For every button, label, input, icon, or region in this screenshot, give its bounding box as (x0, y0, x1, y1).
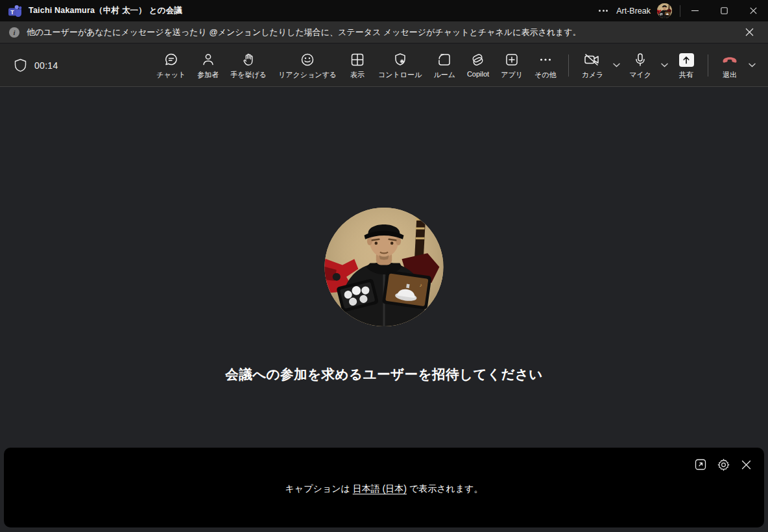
mic-button[interactable]: マイク (623, 48, 657, 82)
mic-icon (633, 52, 647, 67)
window-title: Taichi Nakamura（中村 太一） との会議 (29, 5, 182, 16)
leave-button[interactable]: 退出 (715, 48, 745, 82)
meeting-timer: 00:14 (34, 60, 58, 71)
teams-meeting-window: T Taichi Nakamura（中村 太一） との会議 Art-Break … (0, 0, 768, 532)
share-button[interactable]: 共有 (671, 48, 701, 82)
toolbar-buttons: チャット 参加者 手を挙げる リアクションする (150, 48, 759, 82)
titlebar-more-menu-icon[interactable] (592, 0, 615, 21)
captions-status-text: キャプションは 日本語 (日本) で表示されます。 (4, 483, 764, 495)
control-button[interactable]: コントロール (372, 48, 427, 82)
titlebar: T Taichi Nakamura（中村 太一） との会議 Art-Break (0, 0, 768, 21)
more-button[interactable]: その他 (529, 48, 562, 82)
status-message-banner: i 他のユーザーがあなたにメッセージを送ったり @メンションしたりした場合に、ス… (0, 21, 768, 43)
account-avatar[interactable] (657, 3, 672, 18)
mic-options-chevron-icon[interactable] (657, 49, 671, 82)
leave-options-chevron-icon[interactable] (745, 49, 759, 82)
people-icon (201, 52, 215, 67)
info-icon: i (9, 27, 19, 38)
toolbar-divider (708, 54, 708, 77)
camera-button[interactable]: カメラ (575, 48, 609, 82)
popout-icon[interactable] (691, 455, 710, 474)
share-up-arrow-icon (679, 53, 694, 67)
control-shield-gear-icon (393, 52, 407, 67)
raise-hand-button[interactable]: 手を挙げる (224, 48, 272, 82)
hang-up-icon (721, 52, 739, 67)
participants-button[interactable]: 参加者 (191, 48, 224, 82)
participant-avatar (325, 208, 444, 326)
apps-button[interactable]: アプリ (495, 48, 529, 82)
chat-icon (164, 52, 178, 67)
chat-button[interactable]: チャット (150, 48, 191, 82)
camera-off-icon (584, 52, 601, 67)
rooms-button[interactable]: ルーム (427, 48, 461, 82)
teams-icon: T (8, 5, 22, 18)
meeting-toolbar: 00:14 チャット 参加者 手を挙げる (0, 44, 768, 87)
banner-close-icon[interactable] (739, 23, 759, 42)
close-window-button[interactable] (739, 0, 768, 21)
copilot-icon (470, 52, 486, 67)
apps-plus-icon (505, 52, 519, 67)
invite-prompt: 会議への参加を求めるユーザーを招待してください (0, 365, 768, 383)
view-button[interactable]: 表示 (342, 48, 372, 82)
settings-gear-icon[interactable] (714, 455, 732, 474)
meeting-info: 00:14 (14, 58, 58, 72)
reaction-smiley-icon (300, 52, 315, 67)
rooms-icon (437, 52, 451, 67)
more-dots-icon (538, 52, 553, 67)
captions-language-link[interactable]: 日本語 (日本) (353, 483, 407, 494)
raise-hand-icon (241, 52, 256, 67)
view-grid-icon (350, 52, 365, 67)
account-name[interactable]: Art-Break (616, 6, 651, 16)
banner-message: 他のユーザーがあなたにメッセージを送ったり @メンションしたりした場合に、ステー… (27, 27, 581, 38)
captions-suffix: で表示されます。 (407, 483, 483, 494)
maximize-button[interactable] (710, 0, 739, 21)
svg-text:T: T (10, 8, 14, 15)
copilot-button[interactable]: Copilot (461, 48, 495, 80)
captions-prefix: キャプションは (285, 483, 353, 494)
minimize-button[interactable] (680, 0, 710, 21)
toolbar-divider (568, 54, 569, 77)
captions-panel: キャプションは 日本語 (日本) で表示されます。 (4, 448, 764, 527)
reactions-button[interactable]: リアクションする (272, 48, 342, 82)
shield-icon[interactable] (14, 58, 27, 72)
camera-options-chevron-icon[interactable] (609, 49, 623, 82)
close-captions-icon[interactable] (737, 455, 755, 474)
